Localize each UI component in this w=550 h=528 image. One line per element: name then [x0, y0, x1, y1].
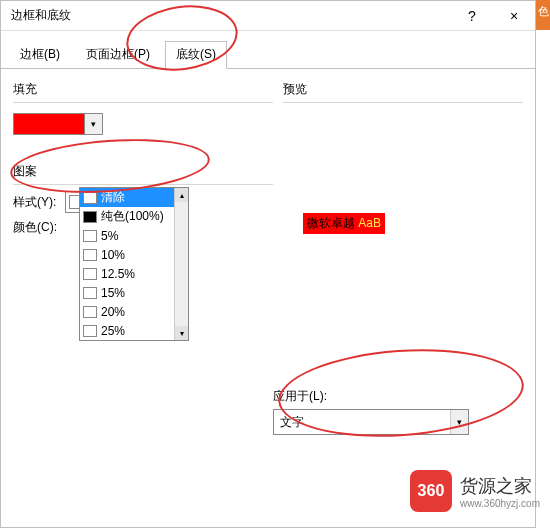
- style-option[interactable]: 10%: [80, 245, 188, 264]
- list-scrollbar[interactable]: ▴ ▾: [174, 188, 188, 340]
- preview-sample: 微软卓越 AaB: [303, 213, 385, 234]
- watermark-url: www.360hyzj.com: [460, 498, 540, 509]
- style-option[interactable]: 纯色(100%): [80, 207, 188, 226]
- option-label: 25%: [101, 324, 125, 338]
- tab-borders[interactable]: 边框(B): [9, 41, 71, 68]
- preview-section-label: 预览: [283, 81, 523, 98]
- tab-strip: 边框(B) 页面边框(P) 底纹(S): [1, 31, 535, 69]
- option-swatch-icon: [83, 249, 97, 261]
- logo-360: 360: [410, 470, 452, 512]
- borders-shading-dialog: 边框和底纹 ? × 边框(B) 页面边框(P) 底纹(S) 填充 ▾ 图案 样式…: [0, 0, 536, 528]
- fill-section-label: 填充: [13, 81, 273, 98]
- option-label: 清除: [101, 189, 125, 206]
- option-swatch-icon: [83, 306, 97, 318]
- dialog-title: 边框和底纹: [11, 7, 451, 24]
- scroll-up-icon[interactable]: ▴: [175, 188, 188, 202]
- style-option[interactable]: 25%: [80, 321, 188, 340]
- option-label: 10%: [101, 248, 125, 262]
- fill-color-dropdown[interactable]: ▾: [85, 113, 103, 135]
- option-swatch-icon: [83, 268, 97, 280]
- watermark: 360 货源之家 www.360hyzj.com: [410, 470, 540, 512]
- pattern-section-label: 图案: [13, 163, 273, 180]
- option-label: 12.5%: [101, 267, 135, 281]
- style-option[interactable]: 15%: [80, 283, 188, 302]
- option-swatch-icon: [83, 230, 97, 242]
- help-button[interactable]: ?: [451, 2, 493, 30]
- tab-shading[interactable]: 底纹(S): [165, 41, 227, 69]
- option-swatch-icon: [83, 211, 97, 223]
- chevron-down-icon: ▾: [450, 410, 468, 434]
- option-label: 15%: [101, 286, 125, 300]
- watermark-brand: 货源之家: [460, 474, 540, 498]
- style-option[interactable]: 12.5%: [80, 264, 188, 283]
- option-swatch-icon: [83, 287, 97, 299]
- right-panel: 预览 微软卓越 AaB 应用于(L): 文字 ▾: [273, 77, 523, 501]
- tab-page-border[interactable]: 页面边框(P): [75, 41, 161, 68]
- titlebar: 边框和底纹 ? ×: [1, 1, 535, 31]
- style-option[interactable]: 清除: [80, 188, 188, 207]
- style-option[interactable]: 20%: [80, 302, 188, 321]
- apply-to-value: 文字: [274, 414, 450, 431]
- fill-color-swatch[interactable]: [13, 113, 85, 135]
- option-label: 纯色(100%): [101, 208, 164, 225]
- option-swatch-icon: [83, 192, 97, 204]
- apply-to-block: 应用于(L): 文字 ▾: [273, 388, 511, 435]
- style-dropdown-list[interactable]: ▴ ▾ 清除纯色(100%)5%10%12.5%15%20%25%: [79, 187, 189, 341]
- option-swatch-icon: [83, 325, 97, 337]
- scroll-down-icon[interactable]: ▾: [175, 326, 188, 340]
- option-label: 20%: [101, 305, 125, 319]
- apply-to-label: 应用于(L):: [273, 388, 511, 405]
- style-label: 样式(Y):: [13, 194, 65, 211]
- apply-to-select[interactable]: 文字 ▾: [273, 409, 469, 435]
- ribbon-remnant: 色: [536, 0, 550, 30]
- option-label: 5%: [101, 229, 118, 243]
- color-label: 颜色(C):: [13, 219, 65, 236]
- style-option[interactable]: 5%: [80, 226, 188, 245]
- close-button[interactable]: ×: [493, 2, 535, 30]
